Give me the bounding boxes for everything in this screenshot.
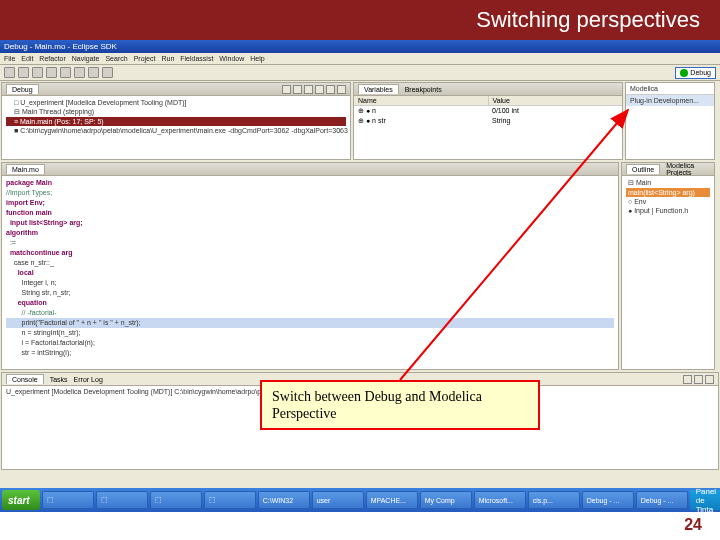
taskbar-items: ⬚⬚⬚⬚C:\WIN32userMPACHE...My CompMicrosof… — [42, 491, 688, 509]
code-line[interactable]: equation — [6, 298, 614, 308]
start-button[interactable]: start — [2, 490, 40, 510]
tab-console[interactable]: Console — [6, 374, 44, 384]
perspective-label: Debug — [690, 69, 711, 76]
perspective-item-modelica[interactable]: Modelica — [626, 83, 714, 95]
var-name: ⊕ ● n str — [354, 116, 488, 126]
menu-refactor[interactable]: Refactor — [39, 55, 65, 62]
callout-box: Switch between Debug and Modelica Perspe… — [260, 380, 540, 430]
code-editor[interactable]: package Main//Import Types;import Env;fu… — [2, 176, 618, 369]
code-line[interactable]: input list<String> arg; — [6, 218, 614, 228]
resume-icon[interactable] — [282, 85, 291, 94]
toolbar-icon[interactable] — [102, 67, 113, 78]
tab-modelica-projects[interactable]: Modelica Projects — [666, 162, 710, 176]
code-line[interactable]: i = Factorial.factorial(n); — [6, 338, 614, 348]
step-over-icon[interactable] — [326, 85, 335, 94]
taskbar-item[interactable]: ⬚ — [42, 491, 94, 509]
tab-debug[interactable]: Debug — [6, 84, 39, 94]
menu-navigate[interactable]: Navigate — [72, 55, 100, 62]
console-icon[interactable] — [705, 375, 714, 384]
code-line[interactable]: import Env; — [6, 198, 614, 208]
menu-search[interactable]: Search — [105, 55, 127, 62]
code-line[interactable]: package Main — [6, 178, 614, 188]
taskbar-item[interactable]: My Comp — [420, 491, 472, 509]
toolbar-icon[interactable] — [74, 67, 85, 78]
tab-breakpoints[interactable]: Breakpoints — [405, 86, 442, 93]
tray-item[interactable]: Panel de Tinta — [696, 487, 716, 514]
code-line[interactable]: algorithm — [6, 228, 614, 238]
tab-editor-file[interactable]: Main.mo — [6, 164, 45, 174]
windows-taskbar: start ⬚⬚⬚⬚C:\WIN32userMPACHE...My CompMi… — [0, 488, 720, 512]
variable-row[interactable]: ⊕ ● n str String — [354, 116, 622, 126]
taskbar-item[interactable]: ⬚ — [204, 491, 256, 509]
code-line[interactable]: := — [6, 238, 614, 248]
code-line[interactable]: Integer i, n; — [6, 278, 614, 288]
suspend-icon[interactable] — [293, 85, 302, 94]
code-line[interactable]: str = intString(i); — [6, 348, 614, 358]
code-line[interactable]: //Import Types; — [6, 188, 614, 198]
code-line[interactable]: print("Factorial of " + n + " is " + n_s… — [6, 318, 614, 328]
variable-row[interactable]: ⊕ ● n 0/100 int — [354, 106, 622, 116]
toolbar-icon[interactable] — [18, 67, 29, 78]
menu-run[interactable]: Run — [161, 55, 174, 62]
taskbar-item[interactable]: Debug - ... — [636, 491, 688, 509]
outline-item[interactable]: ● Input | Function.h — [626, 206, 710, 215]
toolbar-icon[interactable] — [60, 67, 71, 78]
step-return-icon[interactable] — [337, 85, 346, 94]
menu-fieldassist[interactable]: Fieldassist — [180, 55, 213, 62]
code-line[interactable]: function main — [6, 208, 614, 218]
code-line[interactable]: String str, n_str; — [6, 288, 614, 298]
step-into-icon[interactable] — [315, 85, 324, 94]
menu-window[interactable]: Window — [219, 55, 244, 62]
code-line[interactable]: n = stringInt(n_str); — [6, 328, 614, 338]
toolbar-icon[interactable] — [88, 67, 99, 78]
perspective-debug-button[interactable]: Debug — [675, 67, 716, 79]
taskbar-item[interactable]: cis.p... — [528, 491, 580, 509]
tab-variables[interactable]: Variables — [358, 84, 399, 94]
var-value: 0/100 int — [488, 106, 622, 116]
debug-tree-item[interactable]: □ U_experiment [Modelica Development Too… — [6, 98, 346, 107]
debug-tree[interactable]: □ U_experiment [Modelica Development Too… — [2, 96, 350, 159]
menu-bar[interactable]: File Edit Refactor Navigate Search Proje… — [0, 53, 720, 65]
menu-project[interactable]: Project — [134, 55, 156, 62]
taskbar-item[interactable]: user — [312, 491, 364, 509]
system-tray[interactable]: Panel de Tinta — [690, 490, 720, 510]
code-line[interactable]: // -factorial- — [6, 308, 614, 318]
tab-outline[interactable]: Outline — [626, 164, 660, 174]
toolbar-icon[interactable] — [32, 67, 43, 78]
code-line[interactable]: local — [6, 268, 614, 278]
outline-item[interactable]: ○ Env — [626, 197, 710, 206]
page-number: 24 — [684, 516, 702, 534]
menu-file[interactable]: File — [4, 55, 15, 62]
variables-view: Variables Breakpoints Name Value ⊕ ● n 0… — [353, 82, 623, 160]
terminate-icon[interactable] — [304, 85, 313, 94]
outline-item[interactable]: ⊟ Main — [626, 178, 710, 188]
menu-edit[interactable]: Edit — [21, 55, 33, 62]
perspective-item-plugin[interactable]: Plug-in Developmen... — [626, 95, 714, 106]
console-icon[interactable] — [694, 375, 703, 384]
taskbar-item[interactable]: C:\WIN32 — [258, 491, 310, 509]
outline-item[interactable]: main(list<String> arg) — [626, 188, 710, 197]
tab-tasks[interactable]: Tasks — [50, 376, 68, 383]
taskbar-item[interactable]: Microsoft... — [474, 491, 526, 509]
code-line[interactable]: case n_str::_ — [6, 258, 614, 268]
toolbar-icon[interactable] — [46, 67, 57, 78]
editor-tabs: Main.mo — [2, 163, 618, 176]
tab-error-log[interactable]: Error Log — [74, 376, 103, 383]
console-icon[interactable] — [683, 375, 692, 384]
outline-tree[interactable]: ⊟ Main main(list<String> arg) ○ Env ● In… — [622, 176, 714, 369]
toolbar-icon[interactable] — [4, 67, 15, 78]
taskbar-item[interactable]: ⬚ — [96, 491, 148, 509]
taskbar-item[interactable]: ⬚ — [150, 491, 202, 509]
debug-tree-item[interactable]: ⊟ Main Thread (stepping) — [6, 107, 346, 117]
debug-tree-item[interactable]: ■ C:\bin\cygwin\home\adrpo\pelab\modelic… — [6, 126, 346, 135]
editor-view: Main.mo package Main//Import Types;impor… — [1, 162, 619, 370]
code-line[interactable]: matchcontinue arg — [6, 248, 614, 258]
debug-tabs: Debug — [2, 83, 350, 96]
variables-body[interactable]: ⊕ ● n 0/100 int ⊕ ● n str String — [354, 106, 622, 126]
menu-help[interactable]: Help — [250, 55, 264, 62]
debug-stackframe[interactable]: ≡ Main.main (Pos: 17; SP: 5) — [6, 117, 346, 126]
perspective-list: Modelica Plug-in Developmen... — [625, 82, 715, 160]
main-toolbar: Debug — [0, 65, 720, 81]
taskbar-item[interactable]: Debug - ... — [582, 491, 634, 509]
taskbar-item[interactable]: MPACHE... — [366, 491, 418, 509]
